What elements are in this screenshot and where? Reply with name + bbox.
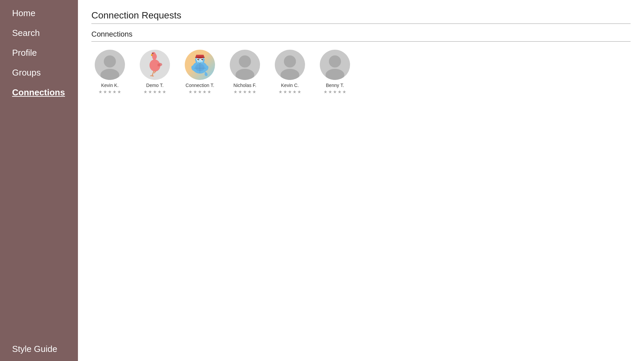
svg-point-0 [104,55,116,67]
connection-name: Kevin C. [281,83,299,88]
svg-point-18 [198,59,199,59]
connection-name: Connection T. [185,83,214,88]
connection-name: Demo T. [146,83,164,88]
sidebar-item-style-guide[interactable]: Style Guide [0,339,69,359]
connections-section-title: Connections [91,30,631,42]
svg-point-1 [100,69,119,80]
avatar [320,50,350,80]
avatar [275,50,305,80]
star-rating: ★ ★ ★ ★ ★ [188,89,211,94]
star-rating: ★ ★ ★ ★ ★ [278,89,301,94]
sidebar-item-groups[interactable]: Groups [0,63,78,83]
svg-point-29 [284,55,296,67]
star-rating: ★ ★ ★ ★ ★ [233,89,256,94]
sidebar-item-home[interactable]: Home [0,3,78,23]
svg-line-5 [152,71,154,76]
main-content: Connection Requests Connections Kevin K.… [78,0,644,361]
flamingo-icon [141,51,168,78]
avatar [95,50,125,80]
squirtle-icon [186,51,213,78]
list-item[interactable]: Connection T. ★ ★ ★ ★ ★ [181,50,218,94]
avatar [230,50,260,80]
svg-point-19 [202,59,203,59]
connection-name: Benny T. [326,83,344,88]
person-icon [230,50,260,80]
list-item[interactable]: Benny T. ★ ★ ★ ★ ★ [316,50,353,94]
svg-point-27 [239,55,251,67]
sidebar-item-profile[interactable]: Profile [0,43,78,63]
sidebar-item-connections[interactable]: Connections [0,83,78,102]
sidebar: Home Search Profile Groups Connections S… [0,0,78,361]
svg-rect-26 [195,57,205,58]
svg-point-32 [326,69,344,80]
connections-grid: Kevin K. ★ ★ ★ ★ ★ [91,50,631,94]
svg-point-31 [329,55,341,67]
person-icon [275,50,305,80]
avatar [185,50,215,80]
star-rating: ★ ★ ★ ★ ★ [324,89,346,94]
star-rating: ★ ★ ★ ★ ★ [98,89,121,94]
sidebar-item-search[interactable]: Search [0,23,78,43]
svg-point-4 [153,53,154,54]
list-item[interactable]: Demo T. ★ ★ ★ ★ ★ [136,50,173,94]
person-icon [95,50,125,80]
person-icon [320,50,350,80]
svg-point-30 [281,69,299,80]
connection-name: Kevin K. [101,83,119,88]
list-item[interactable]: Kevin C. ★ ★ ★ ★ ★ [271,50,308,94]
page-title: Connection Requests [91,10,631,24]
list-item[interactable]: Nicholas F. ★ ★ ★ ★ ★ [226,50,263,94]
connection-name: Nicholas F. [233,83,256,88]
avatar [140,50,170,80]
star-rating: ★ ★ ★ ★ ★ [143,89,166,94]
list-item[interactable]: Kevin K. ★ ★ ★ ★ ★ [91,50,128,94]
svg-point-28 [235,69,254,80]
